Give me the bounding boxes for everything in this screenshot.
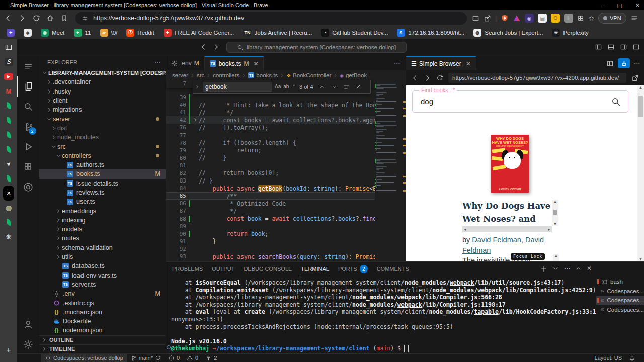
regex-icon[interactable]: .* bbox=[291, 84, 295, 89]
reading-mode-icon[interactable] bbox=[472, 14, 479, 22]
tree-item-issue-details.ts[interactable]: TSissue-details.ts bbox=[39, 179, 166, 188]
code-line-41[interactable]: 41// */ bbox=[166, 109, 406, 116]
code-editor[interactable]: 3940// * Hint: Take a look at the shape … bbox=[166, 80, 406, 261]
code-line-91[interactable]: 91 } bbox=[166, 238, 406, 245]
tree-item-models[interactable]: models bbox=[39, 225, 166, 234]
tree-item-schema-validation[interactable]: schema-validation bbox=[39, 243, 166, 252]
whole-word-icon[interactable]: ab bbox=[283, 84, 289, 89]
brave-shield-icon[interactable] bbox=[501, 14, 509, 22]
toggle-panel-icon[interactable] bbox=[607, 43, 615, 51]
share-icon[interactable] bbox=[484, 14, 491, 22]
code-line-86[interactable]: 86 * Optimized Code bbox=[166, 200, 406, 207]
code-line-42[interactable]: 42// const books = await collections?.bo… bbox=[166, 116, 406, 124]
code-line-79[interactable]: 79// return; bbox=[166, 147, 406, 154]
code-line-76[interactable]: 76// ]).toArray(); bbox=[166, 124, 406, 131]
rocket-icon[interactable]: ➤ bbox=[3, 159, 14, 169]
code-line-92[interactable]: 92 bbox=[166, 245, 406, 253]
tab-books-ts[interactable]: TSbooks.tsM✕ bbox=[205, 56, 264, 70]
code-line-90[interactable]: 90 return book; bbox=[166, 230, 406, 238]
minimap[interactable] bbox=[375, 80, 406, 261]
youtube-icon[interactable]: ▶ bbox=[3, 71, 14, 81]
book-cover[interactable]: WHY DO DOGS HAVE WET NOSES? and Other Im… bbox=[491, 135, 529, 193]
find-expand-icon[interactable] bbox=[194, 83, 200, 90]
code-line-77[interactable]: 77 bbox=[166, 131, 406, 139]
terminal-item-3[interactable]: Codespaces... bbox=[596, 305, 644, 315]
tree-item-server[interactable]: server bbox=[39, 114, 166, 123]
activity-menu-icon[interactable] bbox=[17, 56, 39, 76]
toggle-sidebar-icon[interactable] bbox=[595, 43, 602, 51]
tree-item-nodemon.json[interactable]: {}nodemon.json bbox=[39, 326, 166, 335]
status-layout-us[interactable]: Layout: US bbox=[591, 354, 625, 362]
code-line-88[interactable]: 88 const book = await collections?.books… bbox=[166, 215, 406, 223]
mongodb-icon[interactable] bbox=[3, 101, 14, 111]
page-search-icon[interactable] bbox=[611, 97, 621, 107]
tree-item-dist[interactable]: dist bbox=[39, 124, 166, 133]
sb-reload-icon[interactable] bbox=[436, 74, 443, 82]
close-button[interactable]: ✕ bbox=[635, 2, 640, 9]
more-actions-icon[interactable]: ⋯ bbox=[634, 60, 640, 67]
terminal-output[interactable]: at isSourceEqual (/workspaces/library-ma… bbox=[171, 279, 596, 353]
status-main-[interactable]: main* bbox=[127, 354, 165, 362]
tree-item-reviews.ts[interactable]: TSreviews.ts bbox=[39, 188, 166, 197]
bookmark-s-icon[interactable]: S bbox=[3, 57, 14, 67]
new-terminal-icon[interactable] bbox=[540, 265, 547, 273]
minimize-button[interactable]: – bbox=[601, 2, 604, 8]
bookmark-item-free-ai-code-gener[interactable]: ✈FREE AI Code Gener... bbox=[160, 28, 238, 38]
panel-tab-debug-console[interactable]: DEBUG CONSOLE bbox=[244, 262, 292, 276]
breadcrumb-bookcontroller[interactable]: ❖BookController bbox=[286, 72, 331, 78]
tree-item-routes[interactable]: routes bbox=[39, 234, 166, 243]
focus-lock-icon[interactable] bbox=[618, 58, 630, 68]
brave-rewards-icon[interactable] bbox=[513, 14, 521, 22]
maximize-button[interactable]: ▢ bbox=[617, 2, 622, 9]
code-line-80[interactable]: 80// } bbox=[166, 154, 406, 162]
title-vertical-scrollbar[interactable]: ▲▼ bbox=[552, 200, 558, 226]
code-line-87[interactable]: 87 */ bbox=[166, 207, 406, 215]
author-link-1[interactable]: David Feldman bbox=[472, 236, 521, 244]
breadcrumb-server[interactable]: server bbox=[172, 72, 188, 78]
tree-item-client[interactable]: client bbox=[39, 96, 166, 105]
status-2[interactable]: 2 bbox=[202, 354, 220, 362]
status-codespaces-verbose-dollop[interactable]: Codespaces: verbose dollop bbox=[41, 354, 127, 362]
mongodb-icon[interactable] bbox=[3, 130, 14, 140]
mongodb-icon[interactable] bbox=[3, 115, 14, 125]
tab-close-icon[interactable]: ✕ bbox=[466, 60, 471, 67]
find-previous-icon[interactable] bbox=[319, 83, 326, 90]
mongodb-icon[interactable] bbox=[3, 217, 14, 227]
code-line-93[interactable]: 93 public async searchBooks(query: strin… bbox=[166, 253, 406, 260]
tree-item-utils[interactable]: utils bbox=[39, 252, 166, 261]
vpn-button[interactable]: VPN bbox=[598, 13, 626, 24]
match-case-icon[interactable]: Aa bbox=[275, 84, 281, 89]
tab-close-icon[interactable]: ✕ bbox=[253, 60, 258, 67]
tree-item-load-env-vars.ts[interactable]: TSload-env-vars.ts bbox=[39, 271, 166, 280]
status-bell[interactable] bbox=[625, 354, 639, 362]
tree-item-user.ts[interactable]: TSuser.ts bbox=[39, 197, 166, 206]
history-back-icon[interactable] bbox=[200, 43, 207, 51]
history-forward-icon[interactable] bbox=[212, 43, 220, 51]
split-editor-icon[interactable] bbox=[606, 59, 614, 67]
sb-forward-icon[interactable] bbox=[424, 74, 431, 81]
tree-item-.eslintrc.cjs[interactable]: .eslintrc.cjs bbox=[39, 298, 166, 307]
bookmark-item-0[interactable]: ▰\0/ bbox=[97, 28, 121, 38]
find-in-selection-icon[interactable] bbox=[343, 83, 350, 90]
tree-item-.env[interactable]: .envM bbox=[39, 289, 166, 298]
tree-item-embeddings[interactable]: embeddings bbox=[39, 206, 166, 215]
menu-icon[interactable] bbox=[630, 14, 638, 22]
code-line-83[interactable]: 83// } bbox=[166, 177, 406, 185]
terminal-dropdown-icon[interactable] bbox=[552, 265, 559, 273]
code-line-81[interactable]: 81 bbox=[166, 162, 406, 169]
activity-extensions-view-icon[interactable] bbox=[17, 157, 39, 177]
tree-item-migrations[interactable]: migrations bbox=[39, 105, 166, 114]
url-bar[interactable]: https://verbose-dollop-57g57qww9xw377vx.… bbox=[75, 12, 467, 25]
activity-explorer-icon[interactable] bbox=[17, 76, 39, 97]
command-center[interactable]: library-management-system [Codespaces: v… bbox=[226, 42, 407, 53]
account-icon[interactable] bbox=[17, 314, 39, 334]
code-line-84[interactable]: 84 public async getBook(bookId: string):… bbox=[166, 185, 406, 192]
status-0[interactable]: 0 bbox=[183, 354, 202, 362]
tree-item-.mocharc.json[interactable]: {}.mocharc.json bbox=[39, 308, 166, 317]
bookmark-item-1[interactable]: ◈ bbox=[20, 28, 35, 38]
explorer-more-icon[interactable]: ⋯ bbox=[155, 59, 160, 66]
bookmark-item-meet[interactable]: ◉Meet bbox=[37, 28, 68, 38]
breadcrumb-getbook[interactable]: ◈getBook bbox=[340, 72, 367, 78]
bookmark-item-172-16-16-1-8090-ht[interactable]: S172.16.16.1:8090/ht... bbox=[393, 28, 468, 38]
panel-more-icon[interactable]: ⋯ bbox=[564, 265, 570, 273]
